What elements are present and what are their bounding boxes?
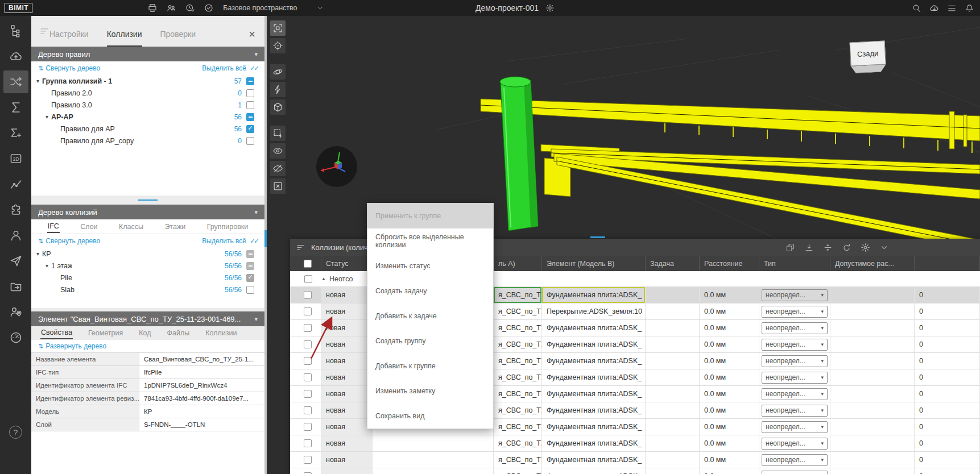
select-all-link[interactable]: Выделить всё✓✓ xyxy=(202,64,258,72)
tree-item[interactable]: Правило для АР_copy0 xyxy=(31,135,264,147)
collapse-tree-link[interactable]: ⇅Свернуть дерево xyxy=(38,64,100,72)
collision-tree-section-header[interactable]: Дерево коллизий ▾ xyxy=(31,205,264,219)
tree-item[interactable]: Правило 3.01 xyxy=(31,99,264,111)
sum-button[interactable] xyxy=(3,96,28,119)
row-checkbox[interactable] xyxy=(304,291,312,299)
sum-plus-button[interactable] xyxy=(3,122,28,144)
expand-arrow-icon[interactable]: ▾ xyxy=(31,251,39,257)
table-menu-icon[interactable] xyxy=(296,243,305,252)
tasks-button[interactable] xyxy=(202,2,215,14)
tree-item-checkbox[interactable] xyxy=(246,77,254,85)
type-dropdown[interactable]: неопредел...▾ xyxy=(762,355,828,367)
row-checkbox[interactable] xyxy=(304,357,312,365)
collision-tree-tab[interactable]: Классы xyxy=(118,221,144,232)
model-tree-button[interactable] xyxy=(3,19,28,42)
tree-item-checkbox[interactable] xyxy=(246,274,254,282)
element-tab[interactable]: Геометрия xyxy=(88,327,123,339)
context-menu-item[interactable]: Добавить к задаче xyxy=(367,303,493,329)
collaboration-button[interactable] xyxy=(165,2,177,14)
type-dropdown[interactable]: неопредел...▾ xyxy=(762,388,828,400)
tab-collisions[interactable]: Коллизии xyxy=(107,30,142,47)
copy-group-icon[interactable] xyxy=(785,243,795,252)
context-menu-item[interactable]: Создать группу xyxy=(367,329,493,354)
cloud-download-icon[interactable] xyxy=(929,3,939,13)
collision-row[interactable]: новаяя_СВС_по_ТУ,Фундаментная плита:ADSK… xyxy=(290,468,980,474)
user-location-button[interactable] xyxy=(3,301,28,323)
orbit-mode-button[interactable] xyxy=(270,64,286,80)
collision-tree-tab[interactable]: IFC xyxy=(47,221,60,233)
tree-item-checkbox[interactable] xyxy=(246,125,254,133)
tree-item-checkbox[interactable] xyxy=(246,89,254,97)
panel-divider-grip[interactable] xyxy=(264,230,267,247)
column-header[interactable]: Задача xyxy=(646,256,700,271)
context-menu-item[interactable]: Создать задачу xyxy=(367,278,493,303)
settings-gear-icon[interactable] xyxy=(861,243,870,252)
row-checkbox[interactable] xyxy=(304,390,312,398)
type-dropdown[interactable]: неопредел...▾ xyxy=(762,471,828,474)
context-menu-item[interactable]: Сохранить вид xyxy=(367,404,493,429)
list-icon[interactable] xyxy=(947,3,957,13)
graphs-button[interactable] xyxy=(3,173,28,196)
type-dropdown[interactable]: неопредел...▾ xyxy=(762,339,828,351)
element-section-header[interactable]: Элемент "Свая_Винтовая_СВС_по_ТУ_25-11-2… xyxy=(31,311,264,326)
column-header[interactable]: Расстояние xyxy=(700,256,759,271)
clip-plane-button[interactable] xyxy=(270,82,286,97)
resize-grip[interactable] xyxy=(138,199,158,201)
dashboard-button[interactable] xyxy=(3,326,28,349)
panel-menu-icon[interactable] xyxy=(39,26,49,39)
close-panel-icon[interactable]: × xyxy=(249,28,255,40)
context-menu-item[interactable]: Сбросить все выделенные коллизии xyxy=(367,228,493,253)
tree-item[interactable]: Правило для АР56 xyxy=(31,123,264,135)
search-icon[interactable] xyxy=(912,3,921,13)
row-checkbox[interactable] xyxy=(304,307,312,315)
tree-item[interactable]: Slab56/56 xyxy=(31,284,264,296)
tree-item-checkbox[interactable] xyxy=(246,250,254,258)
context-menu-item[interactable]: Добавить к группе xyxy=(367,354,493,379)
hide-button[interactable] xyxy=(270,161,286,176)
tree-item-checkbox[interactable] xyxy=(246,137,254,145)
select-all-link[interactable]: Выделить всё✓✓ xyxy=(202,237,258,245)
green-pile[interactable] xyxy=(500,77,538,231)
element-tab[interactable]: Свойства xyxy=(40,327,73,339)
import-icon[interactable] xyxy=(804,243,814,252)
collapse-tree-link[interactable]: ⇅Свернуть дерево xyxy=(38,237,100,245)
workspace-select[interactable]: Базовое пространство xyxy=(223,4,324,12)
collisions-button[interactable] xyxy=(3,70,28,93)
tree-item[interactable]: Правило 2.00 xyxy=(31,87,264,99)
context-menu-item[interactable]: Изменить заметку xyxy=(367,379,493,404)
type-dropdown[interactable]: неопредел...▾ xyxy=(762,372,828,384)
collision-tree-tab[interactable]: Слои xyxy=(80,221,98,232)
rules-tree-section-header[interactable]: Дерево правил ▾ xyxy=(31,47,264,61)
type-dropdown[interactable]: неопредел...▾ xyxy=(762,306,828,318)
tree-item[interactable]: Pile56/56 xyxy=(31,272,264,284)
element-tab[interactable]: Коллизии xyxy=(205,327,237,339)
cloud-upload-button[interactable] xyxy=(3,45,28,68)
expand-tree-link[interactable]: ⇅Развернуть дерево xyxy=(38,342,106,350)
row-checkbox[interactable] xyxy=(304,423,312,431)
tree-item-checkbox[interactable] xyxy=(246,101,254,109)
clear-selection-button[interactable] xyxy=(270,178,286,194)
table-panel-grip[interactable] xyxy=(590,236,605,238)
column-header[interactable]: ль А) xyxy=(494,256,542,271)
column-header[interactable]: Допустимое рас... xyxy=(830,256,915,271)
type-dropdown[interactable]: неопредел...▾ xyxy=(762,421,828,433)
users-button[interactable] xyxy=(3,224,28,247)
expand-arrow-icon[interactable]: ▾ xyxy=(31,78,39,84)
focus-model-button[interactable] xyxy=(270,20,286,36)
refresh-icon[interactable] xyxy=(842,243,851,252)
expand-arrow-icon[interactable]: ▾ xyxy=(31,114,48,120)
export-folder-button[interactable] xyxy=(3,275,28,298)
column-header[interactable]: Элемент (Модель В) xyxy=(542,256,646,271)
type-dropdown[interactable]: неопредел...▾ xyxy=(762,454,828,466)
column-header[interactable]: Тип xyxy=(759,256,830,271)
tree-item[interactable]: ▾Группа коллизий - 157 xyxy=(31,75,264,87)
group-checkbox[interactable] xyxy=(304,275,312,283)
row-checkbox[interactable] xyxy=(304,456,312,464)
target-button[interactable] xyxy=(270,38,286,53)
tree-item-checkbox[interactable] xyxy=(246,286,254,294)
tree-item[interactable]: ▾КР56/56 xyxy=(31,248,264,260)
device-button[interactable] xyxy=(146,2,159,14)
type-dropdown[interactable]: неопредел...▾ xyxy=(762,289,828,301)
history-button[interactable] xyxy=(184,2,196,14)
tree-item-checkbox[interactable] xyxy=(246,262,254,270)
